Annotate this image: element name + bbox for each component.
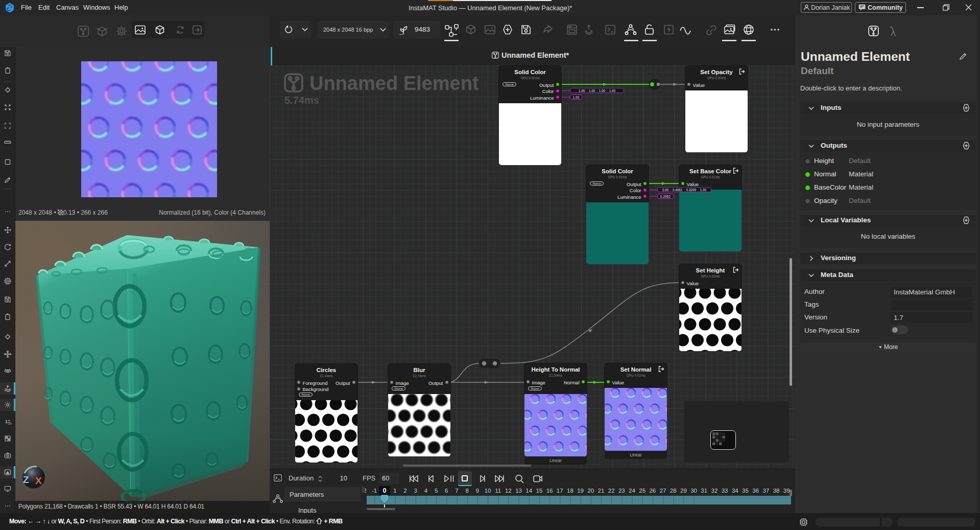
svg-text:UV: UV	[8, 422, 12, 425]
svg-text:1: 1	[5, 419, 8, 424]
svg-text:Z: Z	[23, 474, 29, 485]
svg-text:X: X	[35, 475, 42, 486]
